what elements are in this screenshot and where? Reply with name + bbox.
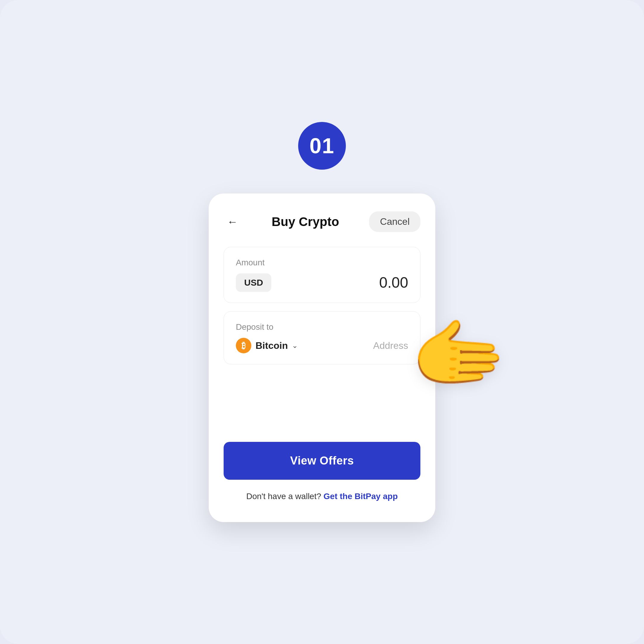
currency-selector[interactable]: USD: [236, 273, 271, 292]
amount-row: USD 0.00: [236, 273, 408, 292]
amount-label: Amount: [236, 258, 408, 267]
page-background: 01 ← Buy Crypto Cancel Amount USD 0.00: [0, 0, 644, 644]
amount-value[interactable]: 0.00: [379, 274, 408, 291]
step-number: 01: [309, 134, 335, 158]
footer-text: Don't have a wallet? Get the BitPay app: [224, 492, 420, 501]
coin-selector[interactable]: ₿ Bitcoin ⌄: [236, 338, 298, 353]
deposit-row: ₿ Bitcoin ⌄ Address: [236, 338, 408, 353]
chevron-down-icon: ⌄: [292, 341, 298, 350]
view-offers-button[interactable]: View Offers: [224, 442, 420, 480]
back-arrow-icon: ←: [227, 216, 238, 228]
phone-card: ← Buy Crypto Cancel Amount USD 0.00 Depo…: [209, 193, 435, 522]
address-placeholder[interactable]: Address: [373, 340, 408, 351]
phone-wrapper: ← Buy Crypto Cancel Amount USD 0.00 Depo…: [209, 193, 435, 522]
amount-card: Amount USD 0.00: [224, 247, 420, 303]
screen-header: ← Buy Crypto Cancel: [224, 211, 420, 232]
cancel-button[interactable]: Cancel: [369, 211, 420, 232]
deposit-label: Deposit to: [236, 322, 408, 332]
spacer: [224, 382, 420, 442]
bitpay-app-link[interactable]: Get the BitPay app: [323, 492, 398, 501]
back-button[interactable]: ←: [224, 213, 241, 231]
hand-illustration: 🫱: [410, 315, 507, 393]
bitcoin-icon: ₿: [236, 338, 251, 353]
deposit-card: Deposit to ₿ Bitcoin ⌄ Address: [224, 311, 420, 364]
coin-name: Bitcoin: [256, 340, 288, 351]
step-badge: 01: [298, 122, 346, 170]
screen-title: Buy Crypto: [272, 215, 339, 229]
bitcoin-symbol: ₿: [241, 341, 246, 351]
footer-static-text: Don't have a wallet?: [246, 492, 321, 501]
